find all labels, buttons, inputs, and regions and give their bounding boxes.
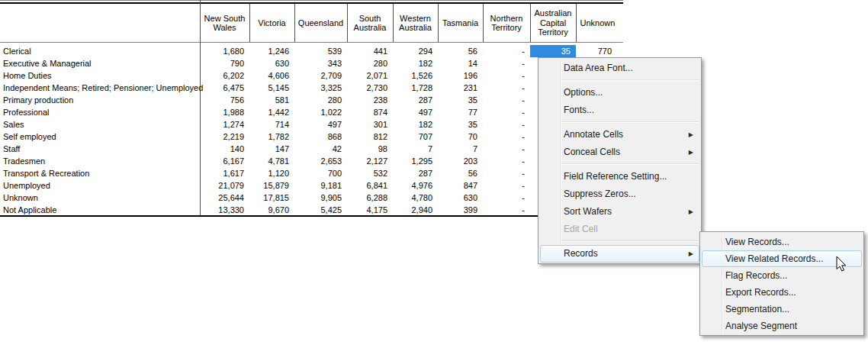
menu-item-sort-wafers[interactable]: Sort Wafers▶ [540,203,699,221]
column-header-south-australia[interactable]: South Australia [347,4,393,42]
data-cell[interactable]: 77 [438,106,483,118]
data-cell[interactable]: 707 [393,131,438,143]
data-cell[interactable]: 35 [438,118,483,131]
menu-item-conceal-cells[interactable]: Conceal Cells▶ [540,143,699,161]
data-cell[interactable]: 9,670 [249,204,294,216]
data-cell[interactable]: 1,617 [200,167,249,179]
data-cell[interactable]: 70 [438,131,483,143]
data-cell[interactable]: 1,988 [200,106,249,118]
data-cell[interactable]: - [483,179,530,192]
column-header-northern-territory[interactable]: Northern Territory [483,4,530,42]
data-cell[interactable]: 231 [438,82,483,94]
data-cell[interactable]: 294 [393,45,438,57]
row-label-home-duties[interactable]: Home Duties [0,69,200,82]
menu-item-options[interactable]: Options... [540,84,699,102]
data-cell[interactable]: 182 [393,118,438,131]
data-cell[interactable]: 56 [438,167,483,179]
data-cell[interactable]: 2,127 [347,155,393,167]
row-label-unemployed[interactable]: Unemployed [0,179,200,192]
data-cell[interactable]: 1,246 [249,45,294,57]
data-cell[interactable]: 203 [438,155,483,167]
data-cell[interactable]: 2,709 [294,69,347,82]
data-cell[interactable]: 1,526 [393,69,438,82]
data-cell[interactable]: 441 [347,45,393,57]
menu-item-export-records[interactable]: Export Records... [702,284,862,301]
data-cell[interactable]: 874 [347,106,393,118]
data-cell[interactable]: 9,181 [294,179,347,192]
row-label-professional[interactable]: Professional [0,106,200,118]
data-cell[interactable]: 1,728 [393,82,438,94]
data-cell[interactable]: - [483,57,530,69]
data-cell[interactable]: 868 [294,131,347,143]
data-cell[interactable]: 4,175 [347,204,393,216]
data-cell[interactable]: - [483,82,530,94]
column-header-unknown[interactable]: Unknown [576,4,619,42]
row-label-self-employed[interactable]: Self employed [0,131,200,143]
menu-item-segmentation[interactable]: Segmentation... [702,301,862,318]
data-cell[interactable]: 2,730 [347,82,393,94]
data-cell[interactable]: 497 [294,118,347,131]
data-cell[interactable]: 4,976 [393,179,438,192]
data-cell[interactable]: 1,022 [294,106,347,118]
data-cell[interactable]: 2,219 [200,131,249,143]
data-cell[interactable]: 147 [249,143,294,155]
data-cell[interactable]: 35 [438,94,483,106]
data-cell[interactable]: 17,815 [249,192,294,204]
row-label-unknown[interactable]: Unknown [0,192,200,204]
data-cell[interactable]: 770 [576,45,619,57]
data-cell[interactable]: 812 [347,131,393,143]
menu-item-data-area-font[interactable]: Data Area Font... [540,60,699,77]
row-label-clerical[interactable]: Clerical [0,45,200,57]
data-cell[interactable]: - [483,155,530,167]
data-cell[interactable]: 238 [347,94,393,106]
data-cell[interactable]: 1,680 [200,45,249,57]
data-cell[interactable]: 6,202 [200,69,249,82]
menu-item-view-records[interactable]: View Records... [702,234,862,250]
row-label-sales[interactable]: Sales [0,118,200,131]
data-cell[interactable]: 301 [347,118,393,131]
data-cell[interactable]: 630 [249,57,294,69]
data-cell[interactable]: - [483,45,530,57]
data-cell[interactable]: 3,325 [294,82,347,94]
data-cell[interactable]: 2,940 [393,204,438,216]
data-cell[interactable]: 196 [438,69,483,82]
data-cell[interactable]: - [483,69,530,82]
data-cell[interactable]: 21,079 [200,179,249,192]
data-cell[interactable]: 532 [347,167,393,179]
data-cell[interactable]: 4,781 [249,155,294,167]
menu-item-field-reference-setting[interactable]: Field Reference Setting... [540,168,699,185]
data-cell[interactable]: - [483,167,530,179]
data-cell[interactable]: 15,879 [249,179,294,192]
data-cell[interactable]: 140 [200,143,249,155]
data-cell[interactable]: - [483,143,530,155]
data-cell[interactable]: 539 [294,45,347,57]
menu-item-fonts[interactable]: Fonts... [540,102,699,119]
column-header-western-australia[interactable]: Western Australia [393,4,438,42]
column-header-tasmania[interactable]: Tasmania [438,4,483,42]
data-cell[interactable]: 6,288 [347,192,393,204]
data-cell[interactable]: 14 [438,57,483,69]
data-cell[interactable]: 1,274 [200,118,249,131]
data-cell[interactable]: 847 [438,179,483,192]
column-header-australian-capital-territory[interactable]: Australian Capital Territory [530,4,576,42]
column-header-victoria[interactable]: Victoria [249,4,294,42]
data-cell[interactable]: 343 [294,57,347,69]
data-cell[interactable]: 287 [393,167,438,179]
menu-item-suppress-zeros[interactable]: Suppress Zeros... [540,185,699,203]
data-cell[interactable]: 630 [438,192,483,204]
data-cell[interactable]: 280 [347,57,393,69]
column-header-new-south-wales[interactable]: New South Wales [200,4,249,42]
data-cell[interactable]: 1,782 [249,131,294,143]
column-header-queensland[interactable]: Queensland [294,4,347,42]
data-cell[interactable]: 7 [393,143,438,155]
selected-data-cell[interactable]: 35 [530,45,576,57]
data-cell[interactable]: 280 [294,94,347,106]
data-cell[interactable]: 5,145 [249,82,294,94]
data-cell[interactable]: 9,905 [294,192,347,204]
data-cell[interactable]: 13,330 [200,204,249,216]
row-label-transport-recreation[interactable]: Transport & Recreation [0,167,200,179]
data-cell[interactable]: 790 [200,57,249,69]
data-cell[interactable]: 6,475 [200,82,249,94]
data-cell[interactable]: 497 [393,106,438,118]
row-label-staff[interactable]: Staff [0,143,200,155]
